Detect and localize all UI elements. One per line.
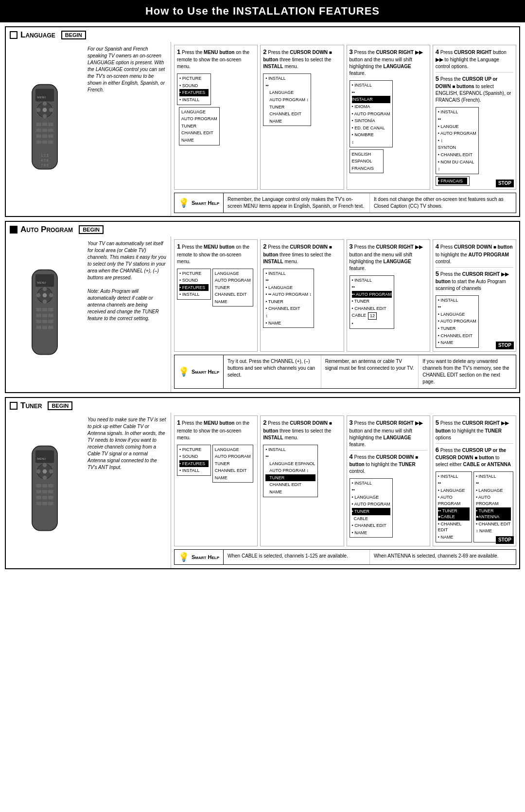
auto-step-4-5: 4 Press CURSOR DOWN ■ button to highligh… bbox=[433, 239, 516, 352]
tuner-menu-3: • INSTALL •• • LANGUAGE AUTO PROGRAM TUN… bbox=[350, 477, 427, 539]
menu-mockup-2: INSTALL LANGUAGE AUTO PROGRAM ↕ TUNER CH… bbox=[263, 72, 341, 127]
remote-svg-3: MENU bbox=[16, 442, 74, 539]
stop-badge: STOP bbox=[496, 180, 514, 187]
svg-rect-39 bbox=[42, 320, 47, 324]
tuner-title: Tuner bbox=[20, 401, 42, 411]
svg-rect-17 bbox=[36, 141, 41, 144]
auto-program-body: MENU Your TV can automatically set itsel… bbox=[6, 236, 519, 392]
tuner-steps-grid: 1 Press the MENU but­ton on the remote t… bbox=[174, 415, 516, 546]
remote-image-tuner: MENU bbox=[6, 413, 84, 568]
language-section: Language BEGIN bbox=[5, 26, 520, 217]
svg-rect-33 bbox=[42, 308, 47, 311]
auto-program-header: Auto Program BEGIN bbox=[6, 222, 519, 236]
svg-point-6 bbox=[49, 108, 53, 112]
svg-rect-10 bbox=[48, 123, 53, 126]
svg-point-50 bbox=[36, 469, 41, 474]
remote-image-auto: MENU bbox=[6, 236, 84, 392]
bulb-icon-2: 💡 bbox=[178, 366, 189, 377]
tuner-menu-2: • INSTALL •• LANGUAGE ESPANOL AUTO PROGR… bbox=[263, 444, 341, 498]
section-icon-black bbox=[10, 226, 18, 234]
svg-rect-14 bbox=[36, 134, 41, 138]
tuner-smart-col-1: When CABLE is selected, channels 1-125 a… bbox=[224, 550, 369, 564]
svg-rect-35 bbox=[36, 314, 41, 317]
begin-badge-2: BEGIN bbox=[79, 225, 104, 234]
auto-smart-col-2: Remember, an antenna or cable TV signal … bbox=[321, 355, 419, 388]
bulb-icon: 💡 bbox=[178, 198, 189, 208]
auto-step5-sub: 5 Press the CURSOR RIGHT ▶▶ button to st… bbox=[436, 267, 513, 292]
remote-svg: MENU 1 2 3 4 5 6 7 8 9 bbox=[16, 80, 74, 178]
auto-program-title: Auto Program bbox=[20, 225, 73, 235]
auto-menu-4: • INSTALL •• • LANGUAGE AUTO PROGRAM • T… bbox=[436, 294, 513, 349]
svg-point-30 bbox=[49, 293, 53, 298]
svg-rect-16 bbox=[48, 134, 53, 138]
tuner-step-5-6: 5 Press the CURSOR RIGHT ▶▶ button to hi… bbox=[433, 415, 516, 546]
smart-help-title-2: 💡 Smart Help bbox=[175, 355, 224, 388]
tuner-smart-help-content: When CABLE is selected, channels 1-125 a… bbox=[224, 550, 516, 564]
auto-program-steps-grid: 1 Press the MENU but­ton on the remote t… bbox=[174, 239, 516, 352]
auto-program-section: Auto Program BEGIN bbox=[5, 221, 520, 393]
auto-menu-1: PICTURE SOUND FEATURES INSTALL LANGUAGE … bbox=[177, 268, 255, 308]
auto-program-description: Your TV can automatically set itself for… bbox=[84, 236, 171, 392]
tuner-smart-col-2: When ANTENNA is selected, channels 2-69 … bbox=[369, 550, 516, 564]
smart-help-col-1: Remember, the Language control only make… bbox=[224, 193, 369, 213]
main-title: How to Use the INSTALLATION FEATURES bbox=[0, 0, 525, 22]
svg-rect-41 bbox=[36, 326, 41, 329]
step2-text: Press the CURSOR DOWN ■ button three tim… bbox=[263, 50, 332, 69]
title-text: How to Use the INSTALLATION FEATURES bbox=[145, 5, 380, 17]
step5-sub: 5 Press the CURSOR UP or DOWN ■ buttons … bbox=[436, 72, 513, 104]
svg-point-4 bbox=[43, 114, 47, 119]
svg-point-31 bbox=[43, 293, 47, 298]
menu-mockup-3: • INSTALL •• INSTALAR IDIOMA AUTO PROGRA… bbox=[350, 79, 427, 174]
language-header: Language BEGIN bbox=[6, 27, 519, 42]
remote-svg-2: MENU bbox=[16, 266, 74, 363]
language-step-3: 3 Press the CURSOR RIGHT ▶▶ button and t… bbox=[347, 45, 430, 190]
language-desc-text: For our Spanish and French speaking TV o… bbox=[88, 46, 165, 92]
tuner-section: Tuner BEGIN bbox=[5, 397, 520, 569]
tuner-description: You need to make sure the TV is set to p… bbox=[84, 413, 171, 568]
auto-smart-col-3: If you want to delete any unwanted chann… bbox=[418, 355, 516, 388]
svg-point-28 bbox=[43, 300, 47, 304]
svg-rect-40 bbox=[48, 320, 53, 324]
svg-rect-19 bbox=[48, 141, 53, 144]
smart-help-title-3: 💡 Smart Help bbox=[175, 550, 224, 564]
svg-rect-12 bbox=[42, 128, 47, 132]
smart-help-col-2: It does not change the other on-screen t… bbox=[369, 193, 516, 213]
stop-badge-3: STOP bbox=[496, 536, 514, 544]
section-icon-tuner bbox=[10, 402, 18, 410]
svg-rect-63 bbox=[42, 502, 47, 505]
svg-rect-43 bbox=[48, 326, 53, 329]
auto-program-smart-help: 💡 Smart Help Try it out. Press the CHANN… bbox=[174, 355, 516, 389]
smart-help-content: Remember, the Language control only make… bbox=[224, 193, 516, 213]
svg-text:MENU: MENU bbox=[37, 95, 46, 99]
language-step-4-5: 4 Press CURSOR RIGHT button ▶▶ to highli… bbox=[433, 45, 516, 190]
language-title: Language bbox=[20, 30, 55, 40]
svg-rect-54 bbox=[42, 484, 47, 487]
svg-text:MENU: MENU bbox=[37, 281, 46, 284]
remote-image-language: MENU 1 2 3 4 5 6 7 8 9 bbox=[6, 42, 84, 216]
svg-rect-13 bbox=[48, 128, 53, 132]
step3-text: Press the CURSOR RIGHT ▶▶ button and the… bbox=[350, 50, 423, 76]
svg-rect-60 bbox=[42, 496, 47, 500]
tuner-step-1: 1 Press the MENU but­ton on the remote t… bbox=[174, 415, 258, 546]
svg-rect-15 bbox=[42, 134, 47, 138]
svg-point-29 bbox=[36, 293, 41, 298]
tuner-body: MENU You need to make sure the TV is set… bbox=[6, 413, 519, 568]
auto-program-desc-text: Your TV can automatically set itself for… bbox=[88, 241, 166, 280]
language-steps-grid: 1 Press the MENU but­ton on the remote t… bbox=[174, 45, 516, 190]
svg-rect-37 bbox=[48, 314, 53, 317]
bulb-icon-3: 💡 bbox=[178, 552, 189, 562]
tuner-steps-area: 1 Press the MENU but­ton on the remote t… bbox=[171, 413, 519, 568]
language-body: MENU 1 2 3 4 5 6 7 8 9 For our Spanish a… bbox=[6, 42, 519, 216]
svg-rect-38 bbox=[36, 320, 41, 324]
language-description: For our Spanish and French speaking TV o… bbox=[84, 42, 171, 216]
tuner-desc-text: You need to make sure the TV is set to p… bbox=[88, 417, 166, 470]
svg-text:1  2  3: 1 2 3 bbox=[41, 154, 49, 157]
svg-rect-61 bbox=[48, 496, 53, 500]
auto-step-1: 1 Press the MENU but­ton on the remote t… bbox=[174, 239, 258, 352]
language-step-2: 2 Press the CURSOR DOWN ■ button three t… bbox=[260, 45, 344, 190]
auto-menu-3: • INSTALL •• •• AUTO PROGRAM • TUNER • C… bbox=[350, 274, 427, 330]
svg-rect-9 bbox=[42, 123, 47, 126]
menu-mockup-1: PICTURE SOUND FEATURES INSTALL LANGUAGE … bbox=[177, 72, 255, 146]
svg-rect-32 bbox=[36, 308, 41, 311]
auto-smart-help-content: Try it out. Press the CHANNEL (+), (–) b… bbox=[224, 355, 516, 388]
